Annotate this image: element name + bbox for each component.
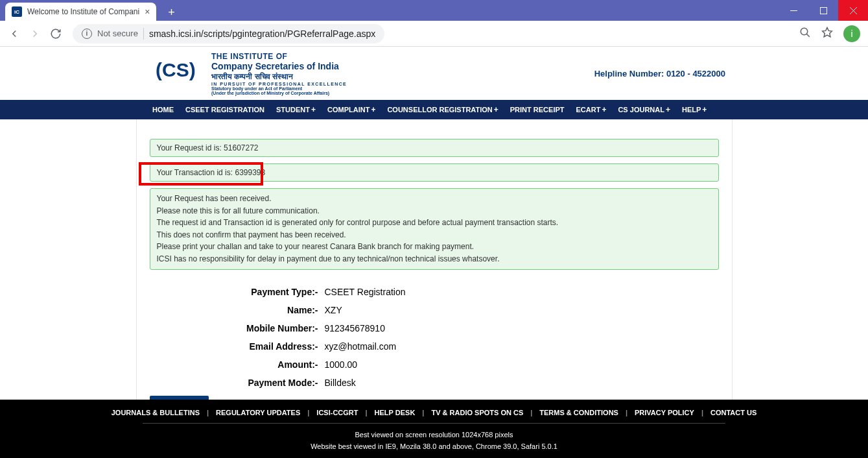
payment-details: Payment Type:-CSEET Registration Name:-X…: [150, 287, 719, 388]
svg-rect-1: [820, 7, 827, 14]
minimize-button[interactable]: [779, 0, 808, 21]
name-label: Name:-: [150, 305, 325, 315]
page-footer: JOURNALS & BULLETINS| REGULATORY UPDATES…: [0, 400, 868, 458]
email-label: Email Address:-: [150, 341, 325, 352]
request-id-box: Your Request id is: 51607272: [150, 139, 719, 157]
nav-student[interactable]: STUDENT+: [276, 105, 316, 114]
nav-journal[interactable]: CS JOURNAL+: [618, 105, 670, 114]
content-area: Your Request id is: 51607272 Your Transa…: [136, 119, 733, 447]
name-value: XZY: [325, 305, 342, 315]
mode-label: Payment Mode:-: [150, 378, 325, 388]
plus-icon: +: [311, 105, 316, 114]
tab-favicon: iC: [12, 6, 22, 17]
new-tab-button[interactable]: +: [163, 4, 180, 21]
tab-title: Welcome to Institute of Compani: [27, 7, 139, 16]
maximize-button[interactable]: [808, 0, 838, 21]
mode-value: Billdesk: [325, 378, 356, 388]
footer-info: Best viewed on screen resolution 1024x76…: [0, 429, 868, 453]
payment-type-label: Payment Type:-: [150, 287, 325, 297]
zoom-icon[interactable]: [799, 27, 811, 41]
forward-button: [29, 27, 41, 40]
footer-link-tvradio[interactable]: TV & RADIO SPOTS ON CS: [431, 409, 523, 416]
browser-address-bar: i Not secure smash.icsi.in/scripts/pgint…: [0, 21, 868, 47]
nav-help[interactable]: HELP+: [682, 105, 707, 114]
footer-link-privacy[interactable]: PRIVACY POLICY: [635, 409, 694, 416]
nav-print[interactable]: PRINT RECEIPT: [510, 106, 565, 114]
icsi-logo: (CS): [156, 52, 204, 88]
mobile-label: Mobile Number:-: [150, 323, 325, 333]
payment-type-value: CSEET Registration: [325, 287, 406, 297]
plus-icon: +: [494, 105, 499, 114]
svg-point-4: [801, 28, 808, 35]
browser-titlebar: iC Welcome to Institute of Compani × +: [0, 0, 868, 21]
mobile-value: 912345678910: [325, 323, 385, 333]
logo-text-block: THE INSTITUTE OF Company Secretaries of …: [211, 52, 347, 95]
info-icon: i: [82, 29, 92, 39]
profile-avatar[interactable]: i: [843, 25, 860, 42]
footer-link-ccgrt[interactable]: ICSI-CCGRT: [316, 409, 358, 416]
nav-complaint[interactable]: COMPLAINT+: [327, 105, 375, 114]
close-icon[interactable]: ×: [145, 6, 150, 17]
url-field[interactable]: i Not secure smash.icsi.in/scripts/pgint…: [73, 24, 384, 43]
footer-link-helpdesk[interactable]: HELP DESK: [375, 409, 416, 416]
info-message-box: Your Request has been received. Please n…: [150, 188, 719, 270]
back-button[interactable]: [8, 27, 21, 40]
footer-link-regulatory[interactable]: REGULATORY UPDATES: [216, 409, 300, 416]
bookmark-icon[interactable]: [821, 27, 833, 41]
main-nav: HOME CSEET REGISTRATION STUDENT+ COMPLAI…: [0, 100, 868, 119]
nav-counsellor[interactable]: COUNSELLOR REGISTRATION+: [387, 105, 498, 114]
svg-line-5: [806, 34, 810, 37]
plus-icon: +: [702, 105, 707, 114]
close-window-button[interactable]: [838, 0, 868, 21]
transaction-id-box: Your Transaction id is: 6399393: [150, 163, 719, 182]
security-status: Not secure: [97, 29, 138, 38]
plus-icon: +: [666, 105, 670, 114]
plus-icon: +: [371, 105, 375, 114]
browser-tab[interactable]: iC Welcome to Institute of Compani ×: [5, 3, 156, 21]
reload-button[interactable]: [49, 27, 62, 40]
page-header: (CS) THE INSTITUTE OF Company Secretarie…: [0, 47, 868, 100]
footer-link-contact[interactable]: CONTACT US: [710, 409, 757, 416]
svg-text:(CS): (CS): [156, 59, 196, 80]
footer-divider: [143, 423, 725, 424]
svg-marker-6: [823, 27, 832, 36]
footer-link-terms[interactable]: TERMS & CONDITIONS: [539, 409, 618, 416]
helpline-number: Helpline Number: 0120 - 4522000: [594, 69, 725, 78]
footer-link-journals[interactable]: JOURNALS & BULLETINS: [111, 409, 200, 416]
email-value: xyz@hotmail.com: [325, 341, 397, 352]
nav-cseet[interactable]: CSEET REGISTRATION: [185, 106, 264, 114]
nav-ecart[interactable]: ECART+: [576, 105, 607, 114]
amount-label: Amount:-: [150, 359, 325, 370]
url-text: smash.icsi.in/scripts/pgintegration/PGRe…: [149, 29, 375, 39]
nav-home[interactable]: HOME: [152, 106, 174, 114]
separator: [143, 28, 144, 40]
plus-icon: +: [602, 105, 606, 114]
amount-value: 1000.00: [325, 359, 358, 370]
